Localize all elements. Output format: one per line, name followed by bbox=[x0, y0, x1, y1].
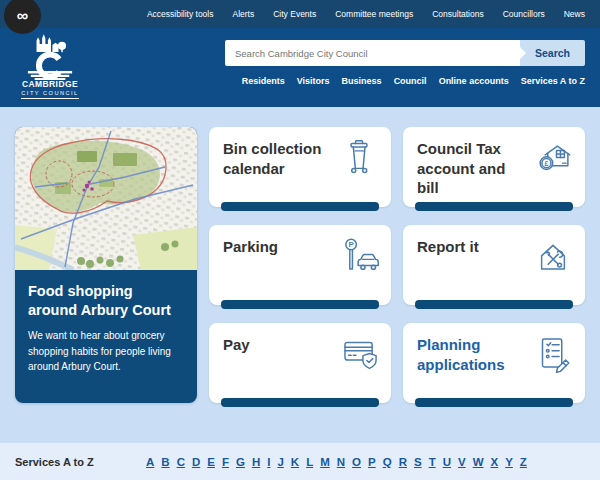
main-nav-residents[interactable]: Residents bbox=[242, 76, 285, 86]
az-letter-n[interactable]: N bbox=[337, 456, 345, 468]
service-card-pay[interactable]: Pay bbox=[209, 323, 391, 403]
top-nav: Accessibility tools Alerts City Events C… bbox=[147, 9, 600, 19]
search-input[interactable] bbox=[225, 40, 520, 66]
main-nav-visitors[interactable]: Visitors bbox=[297, 76, 330, 86]
top-nav-accessibility-tools[interactable]: Accessibility tools bbox=[147, 9, 214, 19]
service-card-parking[interactable]: Parking P bbox=[209, 225, 391, 305]
az-letter-m[interactable]: M bbox=[320, 456, 330, 468]
main-nav-online-accounts[interactable]: Online accounts bbox=[439, 76, 509, 86]
site-search: Search bbox=[225, 40, 585, 66]
svg-text:P: P bbox=[349, 240, 354, 249]
az-letter-v[interactable]: V bbox=[458, 456, 466, 468]
feature-description: We want to hear about grocery shopping h… bbox=[28, 328, 184, 375]
service-card-label: Council Tax account and bill bbox=[417, 139, 523, 198]
service-card-label: Pay bbox=[223, 335, 329, 355]
az-footer: Services A to Z ABCDEFGHIJKLMNOPQRSTUVWX… bbox=[0, 443, 600, 480]
top-nav-alerts[interactable]: Alerts bbox=[232, 9, 254, 19]
az-letter-u[interactable]: U bbox=[443, 456, 451, 468]
parking-icon: P bbox=[338, 234, 380, 276]
svg-text:£: £ bbox=[544, 160, 548, 167]
az-letter-q[interactable]: Q bbox=[383, 456, 392, 468]
az-letter-r[interactable]: R bbox=[399, 456, 407, 468]
main-nav-business[interactable]: Business bbox=[342, 76, 382, 86]
az-letter-l[interactable]: L bbox=[306, 456, 313, 468]
pay-icon bbox=[338, 332, 380, 374]
main-content: Food shopping around Arbury Court We wan… bbox=[0, 107, 600, 443]
council-crest-icon bbox=[24, 30, 76, 80]
service-card-report-it[interactable]: Report it bbox=[403, 225, 585, 305]
infinity-icon: ∞ bbox=[17, 7, 28, 25]
az-letter-y[interactable]: Y bbox=[505, 456, 513, 468]
top-nav-consultations[interactable]: Consultations bbox=[432, 9, 484, 19]
az-letter-z[interactable]: Z bbox=[520, 456, 527, 468]
service-card-planning-applications[interactable]: Planning applications bbox=[403, 323, 585, 403]
az-letter-b[interactable]: B bbox=[161, 456, 169, 468]
feature-card-arbury-court[interactable]: Food shopping around Arbury Court We wan… bbox=[15, 127, 197, 403]
service-card-council-tax[interactable]: Council Tax account and bill £ bbox=[403, 127, 585, 207]
az-letter-e[interactable]: E bbox=[207, 456, 215, 468]
az-letter-i[interactable]: I bbox=[267, 456, 270, 468]
top-nav-councillors[interactable]: Councillors bbox=[503, 9, 545, 19]
bin-icon bbox=[338, 136, 380, 178]
council-logo[interactable]: CAMBRIDGE CITY COUNCIL bbox=[21, 30, 79, 99]
az-letter-j[interactable]: J bbox=[277, 456, 283, 468]
site-header: CAMBRIDGE CITY COUNCIL Search Residents … bbox=[0, 28, 600, 107]
feature-title: Food shopping around Arbury Court bbox=[28, 282, 184, 319]
main-nav-council[interactable]: Council bbox=[394, 76, 427, 86]
arbury-map-image bbox=[15, 127, 197, 270]
service-card-bin-collection[interactable]: Bin collection calendar bbox=[209, 127, 391, 207]
top-nav-city-events[interactable]: City Events bbox=[273, 9, 316, 19]
council-tax-icon: £ bbox=[532, 136, 574, 178]
az-letter-a[interactable]: A bbox=[146, 456, 154, 468]
main-nav-services-a-to-z[interactable]: Services A to Z bbox=[521, 76, 585, 86]
service-card-label: Planning applications bbox=[417, 335, 523, 374]
az-letter-p[interactable]: P bbox=[368, 456, 376, 468]
logo-text-city-council: CITY COUNCIL bbox=[21, 90, 79, 99]
az-letter-w[interactable]: W bbox=[473, 456, 484, 468]
az-letter-f[interactable]: F bbox=[222, 456, 229, 468]
top-nav-news[interactable]: News bbox=[564, 9, 585, 19]
logo-text-cambridge: CAMBRIDGE bbox=[21, 80, 79, 90]
az-letter-x[interactable]: X bbox=[491, 456, 499, 468]
top-utility-bar: ∞ Accessibility tools Alerts City Events… bbox=[0, 0, 600, 28]
report-it-icon bbox=[532, 234, 574, 276]
service-card-grid: Bin collection calendar Council Tax acco… bbox=[209, 127, 585, 403]
main-nav: Residents Visitors Business Council Onli… bbox=[242, 76, 585, 86]
az-letter-g[interactable]: G bbox=[236, 456, 245, 468]
service-card-label: Parking bbox=[223, 237, 329, 257]
az-footer-label: Services A to Z bbox=[15, 456, 146, 468]
planning-icon bbox=[532, 332, 574, 374]
az-letter-s[interactable]: S bbox=[414, 456, 422, 468]
search-button[interactable]: Search bbox=[520, 40, 585, 66]
az-letter-k[interactable]: K bbox=[291, 456, 299, 468]
service-card-label: Bin collection calendar bbox=[223, 139, 329, 178]
az-letter-d[interactable]: D bbox=[192, 456, 200, 468]
top-nav-committee-meetings[interactable]: Committee meetings bbox=[335, 9, 413, 19]
az-letter-c[interactable]: C bbox=[177, 456, 185, 468]
service-card-label: Report it bbox=[417, 237, 523, 257]
az-letter-h[interactable]: H bbox=[252, 456, 260, 468]
az-letter-o[interactable]: O bbox=[352, 456, 361, 468]
az-letter-t[interactable]: T bbox=[429, 456, 436, 468]
az-letter-list: ABCDEFGHIJKLMNOPQRSTUVWXYZ bbox=[146, 456, 527, 468]
